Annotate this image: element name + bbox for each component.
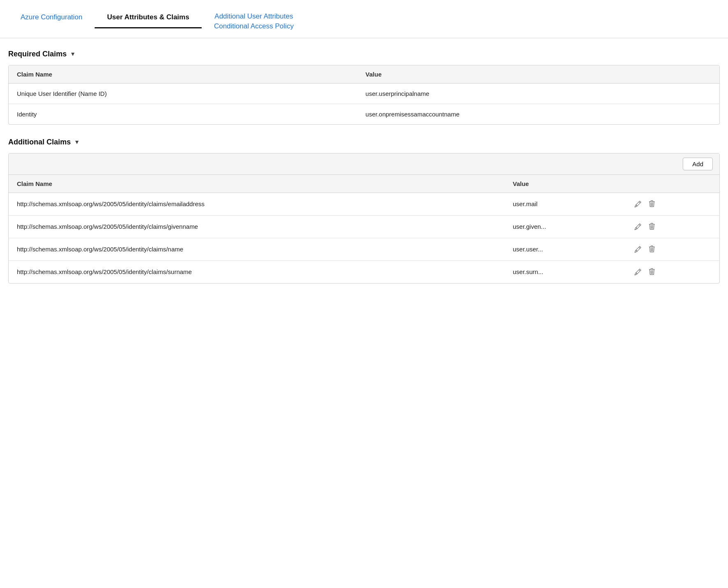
edit-claim-button[interactable] [634,200,642,208]
trash-icon [649,246,655,253]
edit-claim-button[interactable] [634,223,642,231]
trash-icon [649,223,655,230]
table-row: Identity user.onpremisessamaccountname [9,104,719,124]
tab-user-attributes[interactable]: User Attributes & Claims [95,8,202,28]
claim-actions-cell [626,238,719,260]
claim-value-cell: user.given... [505,215,626,238]
required-claims-header-row: Claim Name Value [9,65,719,84]
additional-claims-col-name: Claim Name [9,175,505,193]
delete-claim-button[interactable] [648,200,656,209]
claim-value-cell: user.surn... [505,260,626,283]
table-row: Unique User Identifier (Name ID) user.us… [9,83,719,104]
claim-name-cell: http://schemas.xmlsoap.org/ws/2005/05/id… [9,238,505,260]
delete-claim-button[interactable] [648,267,656,277]
additional-claims-header-row: Claim Name Value [9,175,719,193]
claim-name-cell: http://schemas.xmlsoap.org/ws/2005/05/id… [9,215,505,238]
claim-value-cell: user.user... [505,238,626,260]
required-claims-header: Required Claims ▼ [8,50,720,58]
claim-name-cell: Unique User Identifier (Name ID) [9,83,357,104]
claim-value-cell: user.onpremisessamaccountname [357,104,719,124]
claim-name-cell: Identity [9,104,357,124]
tab-additional-conditional[interactable]: Additional User Attributes Conditional A… [202,8,306,38]
pencil-icon [635,223,641,230]
delete-claim-button[interactable] [648,245,656,254]
required-claims-body: Unique User Identifier (Name ID) user.us… [9,83,719,124]
claim-actions-cell [626,215,719,238]
edit-claim-button[interactable] [634,268,642,276]
additional-claims-chevron[interactable]: ▼ [74,139,80,145]
required-claims-chevron[interactable]: ▼ [70,51,76,57]
table-row: http://schemas.xmlsoap.org/ws/2005/05/id… [9,260,719,283]
pencil-icon [635,246,641,253]
tab-conditional-access-policy-label: Conditional Access Policy [214,22,294,30]
pencil-icon [635,269,641,275]
pencil-icon [635,201,641,207]
additional-claims-toolbar: Add [9,153,719,175]
add-claim-button[interactable]: Add [683,158,713,170]
trash-icon [649,268,655,276]
claim-actions-cell [626,193,719,215]
required-claims-col-value: Value [357,65,719,84]
additional-claims-col-value: Value [505,175,626,193]
nav-tabs: Azure Configuration User Attributes & Cl… [0,0,728,38]
additional-claims-header: Additional Claims ▼ [8,138,720,146]
claim-name-cell: http://schemas.xmlsoap.org/ws/2005/05/id… [9,260,505,283]
main-content: Required Claims ▼ Claim Name Value Uniqu… [0,38,728,305]
trash-icon [649,200,655,208]
claim-actions-cell [626,260,719,283]
additional-claims-body: http://schemas.xmlsoap.org/ws/2005/05/id… [9,193,719,283]
required-claims-title: Required Claims [8,50,67,58]
additional-claims-title: Additional Claims [8,138,71,146]
edit-claim-button[interactable] [634,245,642,253]
required-claims-table-container: Claim Name Value Unique User Identifier … [8,65,720,125]
delete-claim-button[interactable] [648,222,656,231]
required-claims-table: Claim Name Value Unique User Identifier … [9,65,719,124]
table-row: http://schemas.xmlsoap.org/ws/2005/05/id… [9,215,719,238]
additional-claims-col-actions [626,175,719,193]
tab-additional-user-attributes-label: Additional User Attributes [214,12,293,20]
required-claims-col-name: Claim Name [9,65,357,84]
additional-claims-table: Claim Name Value http://schemas.xmlsoap.… [9,175,719,283]
additional-claims-table-container: Add Claim Name Value http://schemas.xmls… [8,153,720,284]
claim-name-cell: http://schemas.xmlsoap.org/ws/2005/05/id… [9,193,505,215]
claim-value-cell: user.mail [505,193,626,215]
tab-azure-config[interactable]: Azure Configuration [8,8,95,28]
claim-value-cell: user.userprincipalname [357,83,719,104]
table-row: http://schemas.xmlsoap.org/ws/2005/05/id… [9,238,719,260]
table-row: http://schemas.xmlsoap.org/ws/2005/05/id… [9,193,719,215]
